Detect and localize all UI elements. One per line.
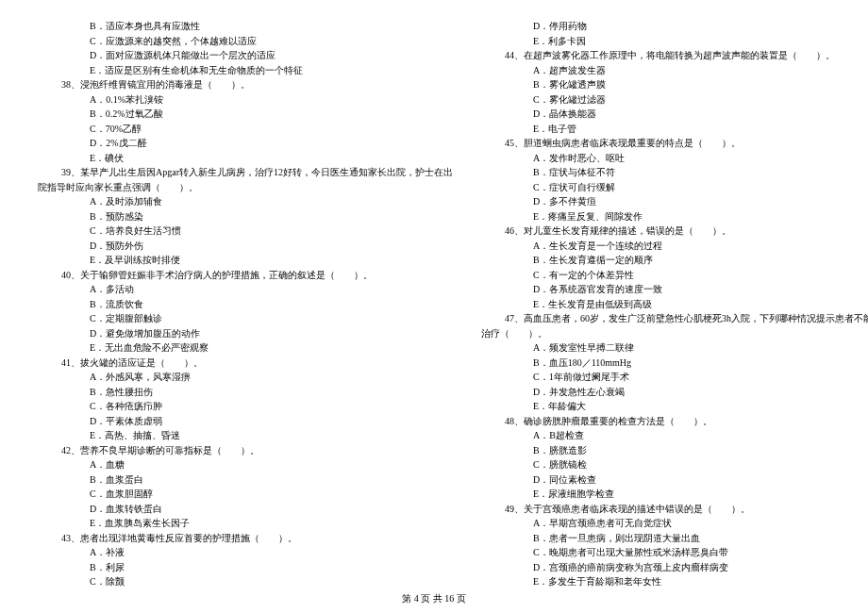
option-line: C．雾化罐过滤器: [481, 92, 868, 108]
option-line: A．血糖: [38, 457, 453, 472]
question-line: 42、营养不良早期诊断的可靠指标是（ ）。: [38, 443, 453, 458]
option-line: C．定期腹部触诊: [38, 311, 453, 326]
question-line: 43、患者出现洋地黄毒性反应首要的护理措施（ ）。: [38, 531, 453, 546]
option-line: D．平素体质虚弱: [38, 414, 453, 429]
option-line: D．避免做增加腹压的动作: [38, 326, 453, 341]
continuation-line: 治疗（ ）。: [481, 326, 868, 341]
option-line: D．多不伴黄疸: [481, 194, 868, 209]
option-line: E．适应是区别有生命机体和无生命物质的一个特征: [38, 63, 453, 78]
option-line: B．症状与体征不符: [481, 165, 868, 180]
option-line: D．血浆转铁蛋白: [38, 502, 453, 517]
option-line: C．1年前做过阑尾手术: [481, 370, 868, 385]
option-line: B．膀胱造影: [481, 443, 868, 458]
option-line: C．晚期患者可出现大量脓性或米汤样恶臭白带: [481, 545, 868, 560]
option-line: B．急性腰扭伤: [38, 385, 453, 400]
option-line: C．症状可自行缓解: [481, 180, 868, 195]
option-line: E．血浆胰岛素生长因子: [38, 516, 453, 531]
option-line: B．患者一旦患病，则出现阴道大量出血: [481, 531, 868, 546]
option-line: D．晶体换能器: [481, 107, 868, 122]
option-line: D．面对应激源机体只能做出一个层次的适应: [38, 48, 453, 63]
option-line: E．高热、抽搐、昏迷: [38, 428, 453, 443]
option-line: B．流质饮食: [38, 297, 453, 312]
option-line: A．超声波发生器: [481, 63, 868, 78]
option-line: A．补液: [38, 545, 453, 560]
option-line: B．生长发育遵循一定的顺序: [481, 253, 868, 268]
option-line: A．0.1%苯扎溴铵: [38, 92, 453, 108]
option-line: C．各种疮疡疖肿: [38, 399, 453, 414]
question-line: 48、确诊膀胱肿瘤最重要的检查方法是（ ）。: [481, 414, 868, 429]
option-line: A．发作时恶心、呕吐: [481, 151, 868, 166]
option-line: E．碘伏: [38, 151, 453, 166]
option-line: A．及时添加辅食: [38, 194, 453, 209]
question-line: 40、关于输卵管妊娠非手术治疗病人的护理措施，正确的叙述是（ ）。: [38, 268, 453, 283]
question-line: 41、拔火罐的适应证是（ ）。: [38, 356, 453, 371]
option-line: E．生长发育是由低级到高级: [481, 297, 868, 312]
option-line: D．各系统器官发育的速度一致: [481, 282, 868, 297]
option-line: B．0.2%过氧乙酸: [38, 107, 453, 122]
option-line: B．血浆蛋白: [38, 472, 453, 488]
option-line: E．电子管: [481, 122, 868, 137]
question-line: 44、在超声波雾化器工作原理中，将电能转换为超声波声能的装置是（ ）。: [481, 48, 868, 63]
option-line: E．无出血危险不必严密观察: [38, 340, 453, 356]
option-line: A．频发室性早搏二联律: [481, 340, 868, 356]
option-line: E．利多卡因: [481, 34, 868, 49]
option-line: A．外感风寒，风寒湿痹: [38, 370, 453, 385]
option-line: C．膀胱镜检: [481, 457, 868, 472]
question-line: 49、关于宫颈癌患者临床表现的描述中错误的是（ ）。: [481, 502, 868, 517]
option-line: D．同位素检查: [481, 472, 868, 488]
option-line: C．70%乙醇: [38, 122, 453, 137]
continuation-line: 院指导时应向家长重点强调（ ）。: [38, 180, 453, 195]
question-line: 45、胆道蛔虫病患者临床表现最重要的特点是（ ）。: [481, 136, 868, 151]
option-line: B．血压180／110mmHg: [481, 356, 868, 371]
question-line: 47、高血压患者，60岁，发生广泛前壁急性心肌梗死3h入院，下列哪种情况提示患者…: [481, 311, 868, 326]
option-line: E．年龄偏大: [481, 399, 868, 414]
option-line: C．除颤: [38, 574, 453, 589]
option-line: A．早期宫颈癌患者可无自觉症状: [481, 516, 868, 531]
option-line: E．尿液细胞学检查: [481, 487, 868, 502]
option-line: B．雾化罐透声膜: [481, 77, 868, 92]
option-line: B．适应本身也具有应激性: [38, 19, 453, 34]
option-line: D．预防外伤: [38, 239, 453, 254]
option-line: C．有一定的个体差异性: [481, 268, 868, 283]
option-line: E．多发生于育龄期和老年女性: [481, 574, 868, 589]
option-line: D．停用药物: [481, 19, 868, 34]
option-line: E．疼痛呈反复、间隙发作: [481, 209, 868, 224]
right-column: D．停用药物E．利多卡因44、在超声波雾化器工作原理中，将电能转换为超声波声能的…: [481, 19, 868, 589]
option-line: C．培养良好生活习惯: [38, 224, 453, 239]
option-line: D．宫颈癌的癌前病变称为宫颈上皮内瘤样病变: [481, 560, 868, 575]
option-line: D．2%戊二醛: [38, 136, 453, 151]
option-line: B．利尿: [38, 560, 453, 575]
page-footer: 第 4 页 共 16 页: [0, 592, 868, 605]
option-line: D．并发急性左心衰竭: [481, 385, 868, 400]
option-line: A．B超检查: [481, 428, 868, 443]
option-line: B．预防感染: [38, 209, 453, 224]
option-line: E．及早训练按时排便: [38, 253, 453, 268]
option-line: A．生长发育是一个连续的过程: [481, 239, 868, 254]
question-line: 46、对儿童生长发育规律的描述，错误的是（ ）。: [481, 224, 868, 239]
option-line: A．多活动: [38, 282, 453, 297]
exam-page: B．适应本身也具有应激性C．应激源来的越突然，个体越难以适应D．面对应激源机体只…: [0, 0, 868, 613]
left-column: B．适应本身也具有应激性C．应激源来的越突然，个体越难以适应D．面对应激源机体只…: [38, 19, 453, 589]
question-line: 39、某早产儿出生后因Apgar转入新生儿病房，治疗12好转，今日医生通知家长出…: [38, 165, 453, 180]
question-line: 38、浸泡纤维胃镜宜用的消毒液是（ ）。: [38, 77, 453, 92]
option-line: C．血浆胆固醇: [38, 487, 453, 502]
option-line: C．应激源来的越突然，个体越难以适应: [38, 34, 453, 49]
